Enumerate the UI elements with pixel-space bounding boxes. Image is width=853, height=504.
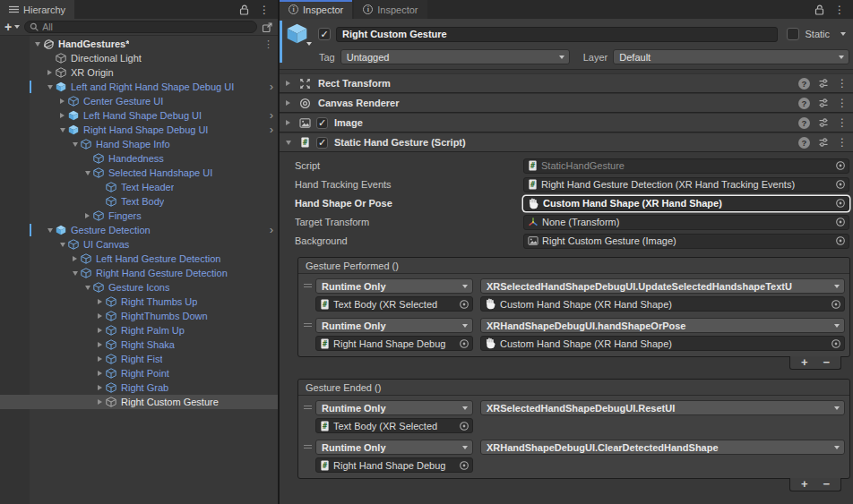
hierarchy-item[interactable]: HandGestures*⋮ (0, 37, 278, 51)
presets-icon[interactable] (818, 78, 829, 89)
hierarchy-item[interactable]: XR Origin (0, 65, 278, 80)
foldout-arrow-icon[interactable] (32, 42, 42, 47)
hierarchy-item[interactable]: Center Gesture UI (0, 94, 278, 108)
foldout-arrow-icon[interactable] (95, 328, 105, 333)
foldout-arrow-icon[interactable] (95, 371, 105, 376)
foldout-arrow-icon[interactable] (283, 141, 293, 145)
event-target-field[interactable]: #Text Body (XR Selected (315, 296, 473, 312)
event-mode-dropdown[interactable]: Runtime Only (315, 278, 473, 294)
foldout-arrow-icon[interactable] (45, 85, 55, 90)
foldout-arrow-icon[interactable] (57, 128, 67, 132)
event-function-dropdown[interactable]: XRHandShapeDebugUI.ClearDetectedHandShap… (480, 440, 845, 455)
kebab-menu-icon[interactable]: ⋮ (834, 4, 845, 15)
drag-handle-icon[interactable] (302, 318, 313, 351)
object-picker-icon[interactable] (831, 338, 841, 349)
object-picker-icon[interactable] (835, 179, 846, 190)
event-mode-dropdown[interactable]: Runtime Only (315, 440, 473, 455)
event-function-dropdown[interactable]: XRSelectedHandShapeDebugUI.ResetUI (480, 400, 845, 415)
help-icon[interactable]: ? (798, 78, 810, 90)
hierarchy-item[interactable]: Right Shaka (0, 337, 278, 352)
kebab-menu-icon[interactable]: ⋮ (259, 4, 270, 15)
hierarchy-item[interactable]: Selected Handshape UI (0, 166, 278, 180)
drag-handle-icon[interactable] (302, 440, 313, 473)
hierarchy-item[interactable]: Right Custom Gesture (0, 395, 278, 409)
search-field[interactable] (24, 21, 257, 33)
presets-icon[interactable] (818, 117, 829, 128)
foldout-arrow-icon[interactable] (45, 70, 55, 75)
component-header[interactable]: #✓Static Hand Gesture (Script)?⋮ (280, 132, 853, 152)
static-dropdown-arrow-icon[interactable] (840, 32, 846, 36)
object-picker-icon[interactable] (835, 160, 846, 171)
hierarchy-item[interactable]: Hand Shape Info (0, 137, 278, 151)
object-picker-icon[interactable] (835, 198, 846, 209)
object-picker-icon[interactable] (459, 338, 470, 349)
hierarchy-item[interactable]: RightThumbs Down (0, 309, 278, 323)
event-target-field[interactable]: #Text Body (XR Selected (315, 418, 473, 433)
remove-event-button[interactable]: − (823, 478, 831, 490)
drag-handle-icon[interactable] (302, 400, 313, 433)
foldout-arrow-icon[interactable] (70, 256, 80, 261)
event-argument-field[interactable]: Custom Hand Shape (XR Hand Shape) (480, 336, 845, 351)
help-icon[interactable]: ? (798, 117, 810, 129)
event-function-dropdown[interactable]: XRHandShapeDebugUI.handShapeOrPose (480, 318, 845, 333)
hierarchy-item[interactable]: Right Hand Shape Debug UI› (0, 123, 278, 137)
foldout-arrow-icon[interactable] (45, 228, 55, 233)
presets-icon[interactable] (818, 98, 829, 108)
gameobject-cube-icon[interactable] (286, 22, 313, 46)
foldout-arrow-icon[interactable] (82, 171, 92, 175)
static-checkbox[interactable] (787, 28, 799, 40)
foldout-arrow-icon[interactable] (283, 120, 293, 125)
foldout-arrow-icon[interactable] (95, 356, 105, 362)
hierarchy-item[interactable]: Left Hand Shape Debug UI› (0, 108, 278, 123)
search-input[interactable] (42, 21, 252, 32)
tab-hierarchy[interactable]: Hierarchy (0, 0, 74, 19)
hierarchy-item[interactable]: Text Body (0, 194, 278, 209)
foldout-arrow-icon[interactable] (57, 243, 67, 247)
foldout-arrow-icon[interactable] (95, 399, 105, 405)
property-object-field[interactable]: None (Transform) (523, 215, 849, 230)
foldout-arrow-icon[interactable] (95, 385, 105, 390)
open-prefab-chevron-icon[interactable]: › (270, 123, 273, 137)
event-mode-dropdown[interactable]: Runtime Only (315, 318, 473, 333)
hierarchy-item[interactable]: UI Canvas (0, 237, 278, 252)
hierarchy-item[interactable]: Right Palm Up (0, 323, 278, 337)
property-object-field[interactable]: #Right Hand Gesture Detection (XR Hand T… (523, 177, 849, 192)
foldout-arrow-icon[interactable] (70, 271, 80, 276)
remove-event-button[interactable]: − (823, 356, 831, 368)
name-field[interactable] (336, 27, 778, 42)
event-mode-dropdown[interactable]: Runtime Only (315, 400, 473, 415)
property-object-field[interactable]: Custom Hand Shape (XR Hand Shape) (523, 196, 849, 211)
hierarchy-item[interactable]: Fingers (0, 209, 278, 223)
kebab-menu-icon[interactable]: ⋮ (837, 98, 848, 108)
property-object-field[interactable]: Right Custom Gesture (Image) (523, 234, 849, 249)
component-enabled-checkbox[interactable]: ✓ (316, 137, 328, 149)
object-picker-icon[interactable] (459, 460, 470, 471)
add-event-button[interactable]: + (801, 478, 808, 490)
hierarchy-item[interactable]: Gesture Detection› (0, 223, 278, 237)
event-argument-field[interactable]: Custom Hand Shape (XR Hand Shape) (480, 296, 845, 312)
event-target-field[interactable]: #Right Hand Shape Debug (315, 336, 473, 351)
hierarchy-item[interactable]: Right Grab (0, 380, 278, 395)
object-picker-icon[interactable] (459, 421, 470, 431)
hierarchy-item[interactable]: Right Thumbs Up (0, 295, 278, 309)
foldout-arrow-icon[interactable] (57, 113, 67, 118)
foldout-arrow-icon[interactable] (95, 342, 105, 347)
foldout-arrow-icon[interactable] (95, 313, 105, 319)
component-header[interactable]: Rect Transform?⋮ (280, 73, 853, 93)
object-picker-icon[interactable] (831, 299, 841, 310)
hierarchy-item[interactable]: Directional Light (0, 51, 278, 65)
tab-inspector-active[interactable]: i Inspector (280, 0, 352, 19)
kebab-menu-icon[interactable]: ⋮ (837, 117, 848, 128)
add-event-button[interactable]: + (801, 356, 808, 368)
open-prefab-chevron-icon[interactable]: › (270, 223, 273, 237)
hierarchy-item[interactable]: Right Point (0, 366, 278, 380)
help-icon[interactable]: ? (798, 98, 810, 109)
component-header[interactable]: Canvas Renderer?⋮ (280, 93, 853, 113)
hierarchy-item[interactable]: Right Fist (0, 352, 278, 366)
event-function-dropdown[interactable]: XRSelectedHandShapeDebugUI.UpdateSelecte… (480, 278, 845, 294)
kebab-menu-icon[interactable]: ⋮ (837, 78, 848, 89)
tab-inspector-inactive[interactable]: i Inspector (354, 0, 426, 19)
object-picker-icon[interactable] (835, 217, 846, 227)
active-checkbox[interactable]: ✓ (318, 28, 331, 40)
foldout-arrow-icon[interactable] (57, 98, 67, 104)
